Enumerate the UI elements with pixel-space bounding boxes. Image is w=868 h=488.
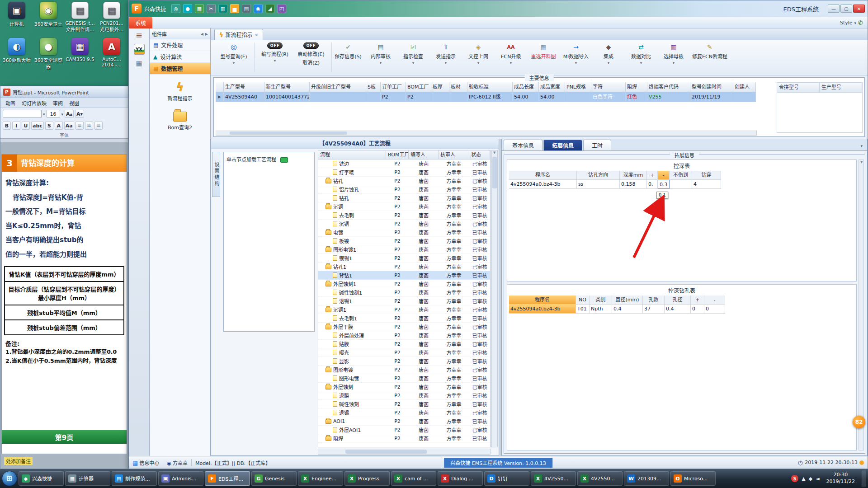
- toolbar-button[interactable]: ◈ 文控上网 ▾: [462, 42, 495, 66]
- hole-table-header-cell[interactable]: 类别: [590, 296, 612, 305]
- ppt-titlebar[interactable]: P 背钻.ppt - Microsoft PowerPoint: [0, 86, 128, 98]
- dropdown-caret-icon[interactable]: ▾: [412, 61, 414, 65]
- process-node[interactable]: 退锡1: [318, 297, 386, 305]
- main-info-header-cell[interactable]: 生产型号: [224, 82, 264, 92]
- taskbar-item[interactable]: ◆ 兴森快捷: [19, 471, 64, 486]
- process-tree-row[interactable]: 退锡 P2 唐菡 方幸幸 已审核: [318, 408, 490, 417]
- taskbar-item[interactable]: X cam of ...: [391, 471, 436, 486]
- shrink-font-button[interactable]: A▾: [75, 110, 84, 118]
- hole-table-cell[interactable]: T01: [576, 305, 590, 314]
- horizontal-scrollbar[interactable]: [318, 449, 491, 455]
- process-node[interactable]: 外层蚀刻: [318, 383, 386, 390]
- quick-access-icon[interactable]: ◢: [265, 4, 274, 13]
- desktop-icon[interactable]: A AutoC... 2014 -...: [96, 38, 127, 70]
- hole-table-cell[interactable]: 0: [704, 305, 725, 314]
- process-node[interactable]: 碱性蚀刻: [318, 400, 386, 408]
- process-tree-row[interactable]: 背钻1 P2 唐菡 方幸幸 已审核: [318, 271, 490, 280]
- main-info-header-cell[interactable]: 型号创建时间: [690, 82, 733, 92]
- main-info-header-cell[interactable]: 创建人: [733, 82, 756, 92]
- nav-left-icon[interactable]: [201, 31, 203, 37]
- main-info-header-cell[interactable]: 终端客户代码: [647, 82, 690, 92]
- process-tree-row[interactable]: AOI1 P2 唐菡 方幸幸 已审核: [318, 417, 490, 426]
- main-info-header-cell[interactable]: 成品宽度: [539, 82, 565, 92]
- main-info-row[interactable]: ▶ 4V255094A010010400143772P2P2IPC-6012 I…: [216, 92, 757, 102]
- depth-table-header-cell[interactable]: 深度mm: [620, 171, 647, 180]
- depth-table-cell[interactable]: 0.158: [620, 180, 647, 189]
- quick-access-icon[interactable]: ▅: [230, 4, 239, 13]
- taskbar-item[interactable]: ▦ 计算器: [65, 471, 110, 486]
- process-node[interactable]: 背钻1: [318, 272, 386, 279]
- format-button[interactable]: I: [12, 122, 20, 130]
- cancel-button[interactable]: 取消(Z): [302, 59, 320, 66]
- process-tree-row[interactable]: 沉铜 P2 唐菡 方幸幸 已审核: [318, 220, 490, 228]
- hole-table-cell[interactable]: Npth: [590, 305, 612, 314]
- process-tree-row[interactable]: 外层干膜 P2 唐菡 方幸幸 已审核: [318, 323, 490, 331]
- dropdown-caret-icon[interactable]: ▾: [445, 61, 447, 65]
- tray-icon[interactable]: ◆: [809, 476, 812, 482]
- toolbar-button[interactable]: ☑ 指示检查 ▾: [397, 42, 429, 66]
- process-tree-header-cell[interactable]: 状态: [469, 150, 490, 160]
- taskbar-item[interactable]: O Microso...: [670, 471, 716, 486]
- floating-notification-badge[interactable]: 82: [853, 416, 865, 428]
- process-tree-row[interactable]: 外层AOI1 P2 唐菡 方幸幸 已审核: [318, 426, 490, 434]
- combine-model-header-cell[interactable]: 生产型号: [820, 83, 862, 93]
- close-button[interactable]: [853, 5, 865, 13]
- eds-titlebar[interactable]: F 兴森快捷 ◎●▦✂▥▅▤◉◢◰ EDS工程系统: [129, 0, 868, 17]
- depth-table-cell[interactable]: 4v255094a0.bz4-3b: [509, 180, 577, 189]
- detail-tab[interactable]: 工时: [583, 140, 611, 150]
- toolbar-button[interactable]: ▥ 选择母板 ▾: [657, 42, 690, 66]
- process-node[interactable]: 去毛刺1: [318, 314, 386, 322]
- current-user[interactable]: 方幸幸: [167, 459, 188, 466]
- detail-tab[interactable]: 拓展信息: [543, 140, 582, 150]
- taskbar-item[interactable]: W 201309...: [624, 471, 669, 486]
- dropdown-caret-icon[interactable]: ▾: [380, 61, 382, 65]
- taskbar-item[interactable]: X Dialog ...: [438, 471, 483, 486]
- maximize-button[interactable]: [840, 5, 852, 13]
- quick-access-icon[interactable]: ▦: [195, 4, 204, 13]
- tab-new-flow-instruction[interactable]: ϟ 新流程指示: [214, 29, 263, 40]
- quick-access-icon[interactable]: ▥: [218, 4, 227, 13]
- toolbar-button[interactable]: ⇄ 数据对比 ▾: [625, 42, 657, 66]
- dropdown-caret-icon[interactable]: ▾: [233, 61, 235, 65]
- process-tree-row[interactable]: 电镀 P2 唐菡 方幸幸 已审核: [318, 228, 490, 237]
- dropdown-caret-icon[interactable]: ▾: [608, 61, 609, 65]
- process-node[interactable]: 电镀: [318, 229, 386, 236]
- info-center-item[interactable]: 信息中心: [132, 459, 159, 466]
- format-button[interactable]: B: [3, 122, 11, 130]
- main-info-header-cell[interactable]: BOM工厂: [406, 82, 431, 92]
- structure-side-tab[interactable]: 设置结构: [212, 152, 220, 197]
- dropdown-caret-icon[interactable]: ▾: [575, 61, 577, 65]
- process-tree-header-cell[interactable]: 编写人: [409, 150, 439, 160]
- taskbar-clock[interactable]: 20:30 2019/11/22: [823, 472, 859, 485]
- taskbar-item[interactable]: ▣ Adminis...: [158, 471, 203, 486]
- main-info-header-cell[interactable]: PNL规格: [565, 82, 591, 92]
- grid-icon[interactable]: ▦: [136, 59, 142, 67]
- desktop-icon[interactable]: ▣ 计算机: [1, 2, 32, 33]
- process-node[interactable]: 沉铜: [318, 220, 386, 227]
- ppt-ribbon-tab[interactable]: 审阅: [50, 99, 66, 108]
- quick-access-icon[interactable]: ◎: [171, 4, 180, 13]
- process-node[interactable]: 图形电镀1: [318, 246, 386, 253]
- align-right-icon[interactable]: [94, 122, 103, 130]
- start-modify-toggle[interactable]: OFF: [303, 42, 319, 49]
- hole-table-row[interactable]: 4v255094a0.bz4-3bT01Npth0.4370.400: [509, 305, 856, 314]
- process-tree-row[interactable]: 碱性蚀刻1 P2 唐菡 方幸幸 已审核: [318, 288, 490, 297]
- desktop-icon[interactable]: ◉ 360安全卫士: [33, 2, 64, 33]
- process-tree-row[interactable]: 镀锡1 P2 唐菡 方幸幸 已审核: [318, 254, 490, 263]
- quick-access-icon[interactable]: ◉: [254, 4, 263, 13]
- toolbar-button[interactable]: ◆ 集成 ▾: [592, 42, 625, 66]
- hole-table-header-cell[interactable]: 直径(mm): [612, 296, 643, 305]
- process-tree-row[interactable]: 钻孔1 P2 唐菡 方幸幸 已审核: [318, 263, 490, 271]
- ppt-ribbon-tab[interactable]: 幻灯片放映: [19, 99, 50, 108]
- tray-icon[interactable]: ◄: [816, 476, 819, 482]
- main-info-header-cell[interactable]: 验收标准: [467, 82, 513, 92]
- process-node[interactable]: 打字唛: [318, 169, 386, 176]
- notes-placeholder[interactable]: 处添加备注: [4, 457, 33, 465]
- component-group[interactable]: ▲ 设计算法: [150, 51, 210, 63]
- phone-icon[interactable]: [858, 19, 863, 26]
- process-note-box[interactable]: 单击节点加载工艺流程: [223, 152, 315, 332]
- grow-font-button[interactable]: A▴: [65, 110, 74, 118]
- hole-table-header-cell[interactable]: -: [704, 296, 725, 305]
- process-tree-row[interactable]: 外层前处理 P2 唐菡 方幸幸 已审核: [318, 331, 490, 340]
- process-node[interactable]: 钻孔1: [318, 263, 386, 270]
